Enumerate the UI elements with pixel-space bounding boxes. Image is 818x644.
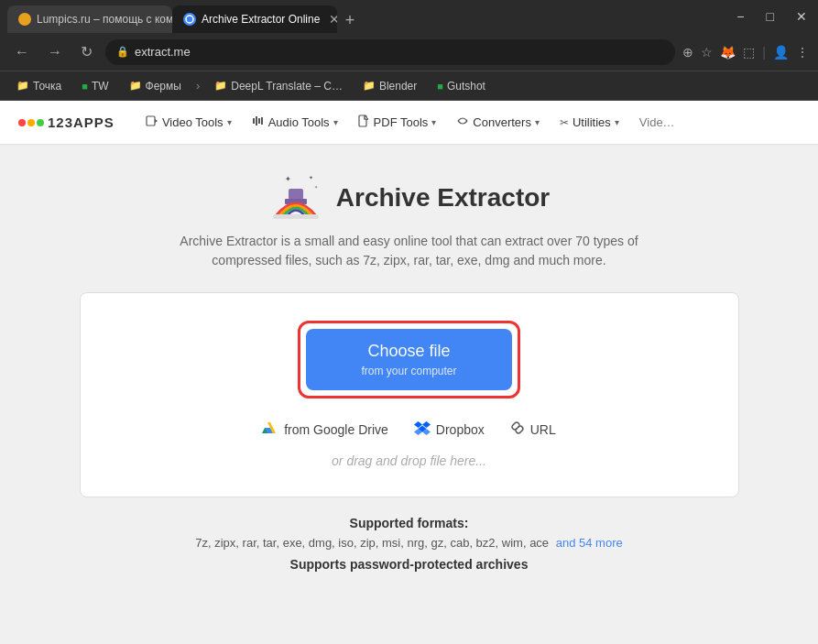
google-drive-source[interactable]: from Google Drive <box>262 420 388 438</box>
tab-favicon-extractor <box>183 13 196 26</box>
choose-file-highlight: Choose file from your computer <box>298 321 519 398</box>
google-drive-icon <box>262 420 278 438</box>
formats-more-link[interactable]: and 54 more <box>556 536 623 550</box>
nav-item-video-label: Video Tools <box>162 115 224 129</box>
nav-item-converters-label: Converters <box>473 115 531 129</box>
nav-item-audio-label: Audio Tools <box>268 115 330 129</box>
choose-file-button[interactable]: Choose file from your computer <box>306 329 511 390</box>
upload-area: Choose file from your computer <box>80 292 739 497</box>
nav-item-video2[interactable]: Vide… <box>630 110 684 135</box>
svg-rect-6 <box>261 117 263 125</box>
formats-list: 7z, zipx, rar, tar, exe, dmg, iso, zip, … <box>80 536 739 550</box>
svg-rect-12 <box>289 189 303 200</box>
svg-text:✦: ✦ <box>314 184 318 190</box>
address-text: extract.me <box>135 45 191 59</box>
audio-icon <box>252 115 265 130</box>
close-button[interactable]: ✕ <box>792 5 811 27</box>
bookmark-tw[interactable]: ■ TW <box>74 78 115 94</box>
bookmark-blender[interactable]: 📁 Blender <box>355 78 424 94</box>
forward-button[interactable]: → <box>42 40 68 64</box>
bookmark-deepl[interactable]: 📁 DeepL Translate – C… <box>207 78 350 94</box>
formats-section: Supported formats: 7z, zipx, rar, tar, e… <box>80 516 739 572</box>
bookmark-icon: 📁 <box>16 80 29 92</box>
video-chevron: ▾ <box>227 117 232 127</box>
svg-text:✦: ✦ <box>309 175 313 180</box>
reload-button[interactable]: ↻ <box>75 39 98 64</box>
bookmark-tochka[interactable]: 📁 Точка <box>9 78 69 94</box>
bookmark-label: TW <box>92 80 109 93</box>
drag-drop-text: or drag and drop file here... <box>332 453 486 468</box>
bookmark-gutshot[interactable]: ■ Gutshot <box>430 78 493 94</box>
translate-icon[interactable]: ⊕ <box>682 45 693 60</box>
nav-item-utilities-label: Utilities <box>573 115 611 129</box>
bookmark-icon: 📁 <box>363 80 376 92</box>
bookmark-fermy[interactable]: 📁 Фермы <box>122 78 189 94</box>
bookmark-label: Точка <box>33 80 61 93</box>
dropbox-label: Dropbox <box>436 422 485 437</box>
pdf-icon <box>358 115 370 130</box>
svg-line-23 <box>516 426 519 430</box>
nav-item-converters[interactable]: Converters ▾ <box>447 109 549 136</box>
bookmark-label: Фермы <box>146 80 181 93</box>
back-button[interactable]: ← <box>9 40 35 64</box>
address-lock-icon: 🔒 <box>116 46 129 58</box>
app-header: ✦ ✦ ✦ Archive Extractor Archive Extracto <box>80 172 739 270</box>
svg-rect-3 <box>253 118 255 124</box>
app-logo[interactable]: 123APPS <box>18 115 115 130</box>
google-drive-label: from Google Drive <box>284 422 388 437</box>
nav-item-pdf[interactable]: PDF Tools ▾ <box>349 109 446 136</box>
browser-tab-lumpics[interactable]: Lumpics.ru – помощь с компью… ✕ <box>7 5 172 33</box>
url-icon <box>510 420 525 438</box>
screenshot-icon[interactable]: ⬚ <box>743 45 755 60</box>
maximize-button[interactable]: □ <box>763 5 778 27</box>
svg-text:✦: ✦ <box>285 175 291 183</box>
nav-item-video2-label: Vide… <box>639 115 675 129</box>
audio-chevron: ▾ <box>333 117 338 127</box>
formats-text: 7z, zipx, rar, tar, exe, dmg, iso, zip, … <box>195 536 549 550</box>
logo-text: 123APPS <box>48 115 115 130</box>
new-tab-button[interactable]: + <box>337 7 363 33</box>
nav-item-utilities[interactable]: ✂ Utilities ▾ <box>551 110 628 135</box>
logo-dot-red <box>18 119 26 126</box>
tab-label-lumpics: Lumpics.ru – помощь с компью… <box>37 13 172 26</box>
logo-dot-orange <box>27 119 35 126</box>
file-sources: from Google Drive Dropbox <box>99 420 720 438</box>
url-source[interactable]: URL <box>510 420 556 438</box>
drag-drop-area[interactable]: or drag and drop file here... <box>99 453 720 469</box>
dropbox-source[interactable]: Dropbox <box>414 420 485 438</box>
main-content: ✦ ✦ ✦ Archive Extractor Archive Extracto <box>61 145 758 590</box>
dropbox-icon <box>414 420 431 438</box>
svg-point-0 <box>186 16 193 23</box>
url-label: URL <box>530 422 556 437</box>
nav-item-video[interactable]: Video Tools ▾ <box>136 109 241 136</box>
nav-menu: Video Tools ▾ Audio Tools ▾ PDF Tools ▾ <box>136 109 684 136</box>
menu-icon[interactable]: ⋮ <box>796 45 809 60</box>
profile-icon[interactable]: 👤 <box>773 45 789 60</box>
app-description: Archive Extractor is a small and easy on… <box>153 232 666 270</box>
utilities-chevron: ▾ <box>615 117 619 127</box>
app-logo-icon: ✦ ✦ ✦ <box>268 172 323 223</box>
svg-rect-14 <box>273 214 319 219</box>
bookmark-icon: ■ <box>437 81 443 92</box>
choose-file-label: Choose file <box>367 342 450 361</box>
tab-label-extractor: Archive Extractor Online <box>202 13 320 26</box>
browser-tab-extractor[interactable]: Archive Extractor Online ✕ <box>172 5 337 33</box>
bookmark-icon: 📁 <box>129 80 142 92</box>
choose-file-sublabel: from your computer <box>361 365 456 377</box>
tab-close-extractor[interactable]: ✕ <box>329 12 337 27</box>
svg-rect-5 <box>258 118 260 124</box>
nav-item-audio[interactable]: Audio Tools ▾ <box>243 109 347 136</box>
utilities-icon: ✂ <box>560 116 569 129</box>
app-title: Archive Extractor <box>336 183 550 213</box>
tab-favicon-lumpics <box>18 13 31 26</box>
converters-icon <box>456 115 469 130</box>
app-logo-area: ✦ ✦ ✦ Archive Extractor <box>80 172 739 223</box>
bookmark-star-icon[interactable]: ☆ <box>701 45 713 60</box>
extensions-icon[interactable]: 🦊 <box>720 45 736 60</box>
minimize-button[interactable]: − <box>733 5 747 27</box>
pdf-chevron: ▾ <box>431 117 436 127</box>
address-input[interactable]: 🔒 extract.me <box>105 39 675 65</box>
bookmark-label: DeepL Translate – C… <box>231 80 343 93</box>
logo-dot-green <box>37 119 44 126</box>
bookmark-label: Gutshot <box>447 80 485 93</box>
